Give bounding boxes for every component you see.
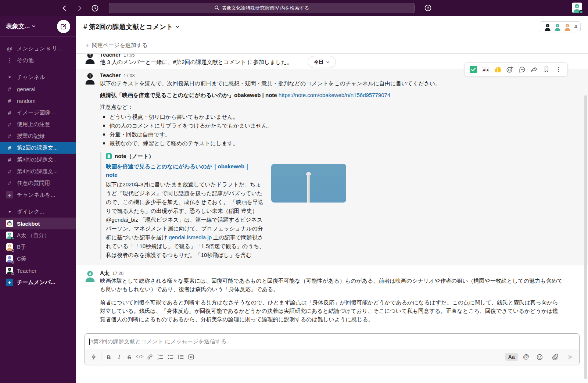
check-mark-reaction-button[interactable]	[468, 64, 478, 75]
hash-icon: #	[6, 133, 13, 139]
dm-a-self[interactable]: A A太 （自分）	[0, 229, 76, 241]
forward-arrow-icon[interactable]	[76, 5, 83, 12]
channels-section-header[interactable]: チャンネル	[0, 71, 76, 83]
text-cursor	[89, 339, 90, 345]
channel-questions[interactable]: #任意の質問用	[0, 177, 76, 189]
at-icon: @	[6, 46, 13, 52]
shortcuts-lightning-button[interactable]	[89, 352, 99, 362]
timestamp[interactable]: 17:08	[123, 72, 135, 80]
avatar[interactable]: A	[83, 269, 97, 282]
hash-icon: #	[6, 98, 13, 104]
gendai-link[interactable]: gendai.ismedia.jp	[169, 234, 212, 240]
channel-title-button[interactable]: # 第2回の課題文献とコメント	[83, 22, 180, 31]
chevron-down-icon	[326, 60, 330, 64]
add-channel-button[interactable]: + チャンネルを...	[0, 189, 76, 201]
channel-usage-notes[interactable]: #使用上の注意	[0, 118, 76, 130]
workspace-name: 表象文...	[6, 22, 30, 31]
message-body: A太 17:20 映画体験として総称される様々な要素には、回復可能であるものと回…	[100, 269, 563, 323]
avatar[interactable]: T	[83, 71, 97, 85]
sender-name[interactable]: Teacher	[100, 71, 121, 79]
channel-image[interactable]: #イメージ画像...	[0, 107, 76, 118]
notes-label: 注意点など：	[100, 103, 566, 111]
svg-text:A: A	[576, 5, 578, 8]
workspace-switcher[interactable]: 表象文...	[6, 22, 36, 31]
channel-session4[interactable]: #第4回の課題文...	[0, 165, 76, 177]
teacher-message: T Teacher 17:08 以下のテキストを読んで、次回授業日の前日までに感…	[76, 69, 588, 265]
date-pill[interactable]: 今日	[308, 56, 336, 68]
bookmark-button[interactable]	[541, 64, 552, 75]
raised-hands-reaction-button[interactable]	[492, 64, 503, 75]
bullet-item: 他の人のコメントにリプライをつけるかたちでもかまいません。	[100, 121, 566, 130]
send-button[interactable]	[565, 352, 576, 362]
channel-general[interactable]: #general	[0, 83, 76, 95]
new-message-button[interactable]	[57, 20, 70, 33]
svg-text:T: T	[89, 54, 91, 58]
preview-title-link[interactable]: 映画を倍速で見ることのなにがわるいのか｜obakeweb｜note	[106, 162, 254, 179]
emoji-button[interactable]	[534, 352, 545, 362]
inline-code-button[interactable]: </>	[135, 352, 145, 362]
svg-text:A: A	[89, 272, 91, 276]
svg-text:?: ?	[427, 6, 429, 10]
dm-b[interactable]: B B子	[0, 241, 76, 253]
share-message-button[interactable]	[529, 64, 539, 75]
preview-thumbnail-image[interactable]	[271, 164, 346, 203]
presence-offline-dot	[11, 272, 14, 275]
eyes-reaction-button[interactable]	[480, 64, 491, 75]
dm-avatar: A	[6, 232, 13, 239]
back-arrow-icon[interactable]	[61, 5, 68, 12]
blockquote-button[interactable]	[176, 352, 186, 362]
bold-button[interactable]: B	[104, 352, 114, 362]
link-preview-card: note（ノート） 映画を倍速で見ることのなにがわるいのか｜obakeweb｜n…	[100, 152, 566, 259]
avatar[interactable]: T	[83, 54, 97, 64]
message-input[interactable]: #第2回の課題文献とコメント にメッセージを送信する	[85, 334, 579, 349]
sidebar-item-more[interactable]: ⋮ その他	[0, 54, 76, 66]
bullet-item: 分量・回数は自由です。	[100, 130, 566, 139]
mention-button[interactable]: @	[523, 353, 529, 361]
dm-c[interactable]: C C美	[0, 253, 76, 265]
italic-button[interactable]: I	[114, 352, 124, 362]
add-reaction-button[interactable]	[505, 64, 515, 75]
dm-section-header[interactable]: ダイレク...	[0, 206, 76, 218]
toolbar-divider	[101, 353, 101, 361]
help-icon[interactable]: ?	[424, 4, 432, 13]
channel-session2-selected[interactable]: #第2回の課題文...	[0, 142, 76, 154]
code-block-button[interactable]	[186, 352, 196, 362]
channel-members-button[interactable]: T A B 4	[540, 21, 581, 32]
attach-paperclip-button[interactable]	[550, 352, 560, 362]
vertical-scrollbar[interactable]	[584, 95, 587, 379]
dm-avatar: C	[6, 255, 13, 262]
reply-thread-button[interactable]	[517, 64, 527, 75]
channel-random[interactable]: #random	[0, 95, 76, 107]
vertical-dots-icon: ⋮	[6, 57, 13, 64]
dm-slackbot[interactable]: Slackbot	[0, 218, 76, 229]
hash-icon: #	[6, 121, 13, 128]
svg-text:2: 2	[157, 357, 159, 360]
note-url-link[interactable]: https://note.com/obakeweb/n/n156d9577907…	[279, 92, 390, 98]
plus-icon: +	[6, 279, 13, 286]
history-clock-icon[interactable]	[91, 4, 99, 12]
channel-class-records[interactable]: #授業の記録	[0, 130, 76, 142]
history-nav	[61, 0, 99, 16]
hide-formatting-button[interactable]: Aa	[505, 353, 518, 361]
user-avatar[interactable]: A	[572, 3, 582, 13]
dm-teacher[interactable]: T Teacher	[0, 265, 76, 276]
invite-teammates-button[interactable]: + チームメンバ...	[0, 276, 76, 288]
message-composer: #第2回の課題文献とコメント にメッセージを送信する B I S </> 12	[85, 333, 580, 365]
add-related-page-tab[interactable]: + 関連ページを追加する	[76, 37, 588, 54]
link-button[interactable]	[145, 352, 155, 362]
message-actions-toolbar	[464, 62, 568, 76]
more-actions-button[interactable]	[553, 64, 564, 75]
sender-name[interactable]: A太	[100, 269, 110, 277]
chevron-down-icon	[32, 24, 36, 28]
compose-pencil-icon	[60, 23, 67, 30]
preview-accent-bar[interactable]	[100, 152, 101, 259]
plus-icon: +	[6, 191, 13, 198]
chevron-down-icon	[175, 25, 180, 29]
sidebar-item-mentions[interactable]: @ メンション & リ...	[0, 43, 76, 54]
strikethrough-button[interactable]: S	[124, 352, 135, 362]
search-input[interactable]: 表象文化論特殊研究演習IV 内を検索する	[109, 3, 415, 13]
dm-avatar: B	[6, 243, 13, 251]
ordered-list-button[interactable]: 12	[155, 352, 165, 362]
channel-session3[interactable]: #第3回の課題文...	[0, 154, 76, 165]
bullet-list-button[interactable]	[165, 352, 176, 362]
